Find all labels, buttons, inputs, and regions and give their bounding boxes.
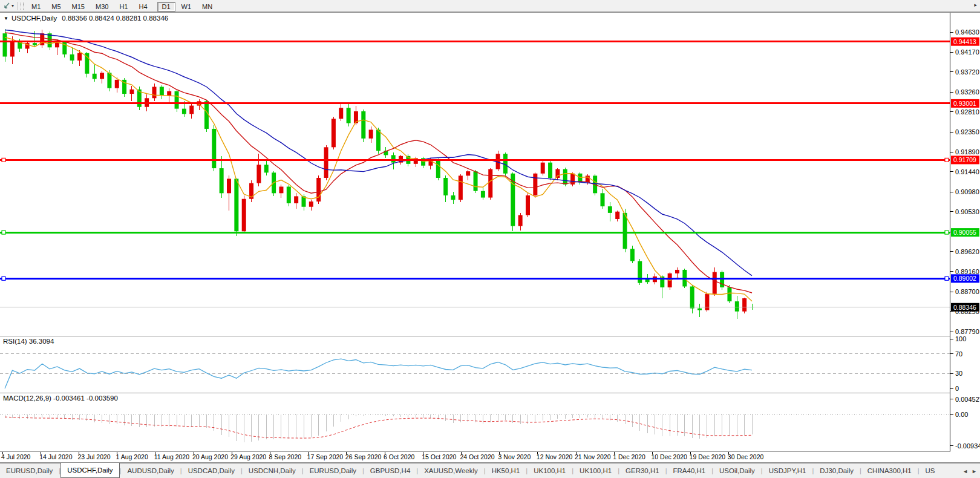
- tab-CHINA300-H1[interactable]: CHINA300,H1: [861, 463, 918, 478]
- tab-UK100-H1[interactable]: UK100,H1: [573, 463, 618, 478]
- tab-AUDUSD-Daily[interactable]: AUDUSD,Daily: [121, 463, 180, 478]
- toolbar-separator: [18, 2, 18, 10]
- chart-ohlc-values: 0.88356 0.88424 0.88281 0.88346: [62, 15, 168, 22]
- svg-text:0.94630: 0.94630: [955, 28, 979, 36]
- timeframe-button-D1[interactable]: D1: [157, 2, 175, 11]
- svg-text:0.90980: 0.90980: [955, 188, 979, 195]
- toolbar-overflow-icon[interactable]: ▸: [974, 2, 977, 8]
- svg-text:0.00: 0.00: [955, 411, 968, 418]
- toolbar-grip-handle[interactable]: [21, 2, 24, 10]
- svg-text:0.93260: 0.93260: [955, 88, 979, 96]
- tab-EURUSD-Daily[interactable]: EURUSD,Daily: [304, 463, 362, 478]
- svg-text:0: 0: [955, 385, 959, 392]
- symbol-tab-bar: EURUSD,Daily|USDCHF,Daily|AUDUSD,Daily|U…: [0, 463, 980, 478]
- chart-symbol-label: USDCHF,Daily: [11, 15, 57, 22]
- line-anchor[interactable]: [945, 231, 949, 234]
- svg-text:1 Dec 2020: 1 Dec 2020: [613, 453, 645, 460]
- svg-text:-0.009348: -0.009348: [955, 442, 980, 450]
- rsi-indicator-label: RSI(14) 36.3094: [3, 338, 54, 345]
- svg-text:30: 30: [955, 370, 962, 377]
- svg-text:0.91709: 0.91709: [953, 156, 976, 163]
- svg-text:0.87790: 0.87790: [955, 328, 979, 335]
- tab-FRA40-H1[interactable]: FRA40,H1: [667, 463, 711, 478]
- timeframe-buttons: M1M5M15M30H1H4D1W1MN: [26, 1, 218, 11]
- svg-text:0.90055: 0.90055: [953, 229, 976, 236]
- svg-text:24 Oct 2020: 24 Oct 2020: [460, 453, 494, 460]
- tab-UK100-H1[interactable]: UK100,H1: [528, 463, 572, 478]
- svg-text:0.91440: 0.91440: [955, 168, 979, 175]
- tab-USDCHF-Daily[interactable]: USDCHF,Daily: [60, 463, 119, 478]
- macd-panel: [0, 414, 950, 442]
- svg-text:0.004527: 0.004527: [955, 396, 980, 403]
- macd-indicator-label: MACD(12,26,9) -0.003461 -0.003590: [3, 395, 118, 402]
- tab-US[interactable]: US: [920, 463, 941, 478]
- timeframe-button-H1[interactable]: H1: [114, 2, 132, 11]
- line-anchor[interactable]: [2, 277, 5, 280]
- timeframe-button-M5[interactable]: M5: [47, 2, 65, 11]
- tab-EURUSD-Daily[interactable]: EURUSD,Daily: [0, 463, 59, 478]
- tab-GER30-H1[interactable]: GER30,H1: [619, 463, 665, 478]
- svg-text:0.88346: 0.88346: [953, 304, 976, 311]
- timeframe-button-M1[interactable]: M1: [27, 2, 45, 11]
- svg-text:26 Sep 2020: 26 Sep 2020: [345, 453, 382, 460]
- mid-ma-line: [5, 33, 752, 293]
- timeframe-button-M30[interactable]: M30: [91, 2, 113, 11]
- tab-scroll-controls: ◄ ►: [961, 463, 979, 478]
- tab-scroll-right-icon[interactable]: ►: [972, 468, 977, 474]
- timeframe-toolbar: ▾ M1M5M15M30H1H4D1W1MN ▸: [0, 0, 980, 12]
- price-axis: 0.946300.941700.937200.932600.928100.923…: [950, 13, 980, 462]
- svg-text:21 Nov 2020: 21 Nov 2020: [575, 453, 611, 460]
- svg-text:0.91890: 0.91890: [955, 148, 979, 156]
- svg-text:0.94413: 0.94413: [953, 38, 976, 45]
- svg-text:0.89002: 0.89002: [953, 275, 976, 282]
- svg-text:0.92810: 0.92810: [955, 108, 979, 116]
- svg-text:17 Sep 2020: 17 Sep 2020: [307, 453, 344, 460]
- main-plot[interactable]: [3, 29, 754, 319]
- svg-text:0.93001: 0.93001: [953, 100, 976, 107]
- svg-text:3 Nov 2020: 3 Nov 2020: [498, 453, 531, 460]
- tab-HK50-H1[interactable]: HK50,H1: [486, 463, 526, 478]
- timeframe-button-M15[interactable]: M15: [67, 2, 90, 11]
- collapse-triangle-icon[interactable]: ▼: [4, 16, 8, 21]
- svg-text:15 Oct 2020: 15 Oct 2020: [422, 453, 456, 460]
- chevron-down-icon[interactable]: ▾: [11, 3, 14, 8]
- timeframe-button-W1[interactable]: W1: [177, 2, 197, 11]
- svg-text:19 Dec 2020: 19 Dec 2020: [690, 453, 726, 460]
- svg-text:4 Jul 2020: 4 Jul 2020: [1, 453, 31, 460]
- line-anchor[interactable]: [2, 158, 5, 162]
- tab-USOil-Daily[interactable]: USOil,Daily: [713, 463, 761, 478]
- candles-layer: [3, 29, 754, 319]
- svg-text:10 Dec 2020: 10 Dec 2020: [651, 453, 687, 460]
- chart-title: ▼ USDCHF,Daily 0.88356 0.88424 0.88281 0…: [4, 15, 168, 22]
- horizontal-lines[interactable]: [0, 42, 950, 281]
- line-anchor[interactable]: [945, 158, 949, 162]
- date-axis: 4 Jul 202014 Jul 202023 Jul 20201 Aug 20…: [1, 452, 764, 460]
- svg-text:8 Sep 2020: 8 Sep 2020: [269, 453, 301, 460]
- tab-DJ30-Daily[interactable]: DJ30,Daily: [814, 463, 860, 478]
- svg-text:100: 100: [955, 335, 966, 342]
- svg-text:29 Aug 2020: 29 Aug 2020: [230, 453, 266, 460]
- tab-scroll-left-icon[interactable]: ◄: [962, 468, 968, 474]
- symbol-tabs: EURUSD,Daily|USDCHF,Daily|AUDUSD,Daily|U…: [0, 463, 941, 478]
- tab-USDCAD-Daily[interactable]: USDCAD,Daily: [182, 463, 241, 478]
- svg-text:12 Nov 2020: 12 Nov 2020: [537, 453, 573, 460]
- line-anchor[interactable]: [945, 277, 949, 280]
- tab-GBPUSD-H4[interactable]: GBPUSD,H4: [364, 463, 416, 478]
- tab-USDJPY-H1[interactable]: USDJPY,H1: [763, 463, 812, 478]
- svg-text:6 Oct 2020: 6 Oct 2020: [384, 453, 415, 460]
- tab-XAUUSD-Weekly[interactable]: XAUUSD,Weekly: [418, 463, 484, 478]
- chart-shift-icon[interactable]: [3, 2, 11, 10]
- svg-text:30 Dec 2020: 30 Dec 2020: [728, 453, 764, 460]
- svg-text:0.94170: 0.94170: [955, 48, 979, 56]
- svg-text:0.88700: 0.88700: [955, 288, 979, 295]
- svg-text:0.89160: 0.89160: [955, 268, 979, 275]
- timeframe-button-MN[interactable]: MN: [197, 2, 217, 11]
- tab-USDCNH-Daily[interactable]: USDCNH,Daily: [243, 463, 302, 478]
- chart-canvas[interactable]: 0.946300.941700.937200.932600.928100.923…: [0, 0, 980, 478]
- mt4-chart-window: { "toolbar": { "timeframes": ["M1","M5",…: [0, 0, 980, 478]
- line-anchor[interactable]: [2, 231, 5, 234]
- timeframe-button-H4[interactable]: H4: [134, 2, 152, 11]
- svg-text:0.89620: 0.89620: [955, 248, 979, 255]
- svg-text:14 Jul 2020: 14 Jul 2020: [39, 453, 72, 460]
- svg-text:23 Jul 2020: 23 Jul 2020: [77, 453, 110, 460]
